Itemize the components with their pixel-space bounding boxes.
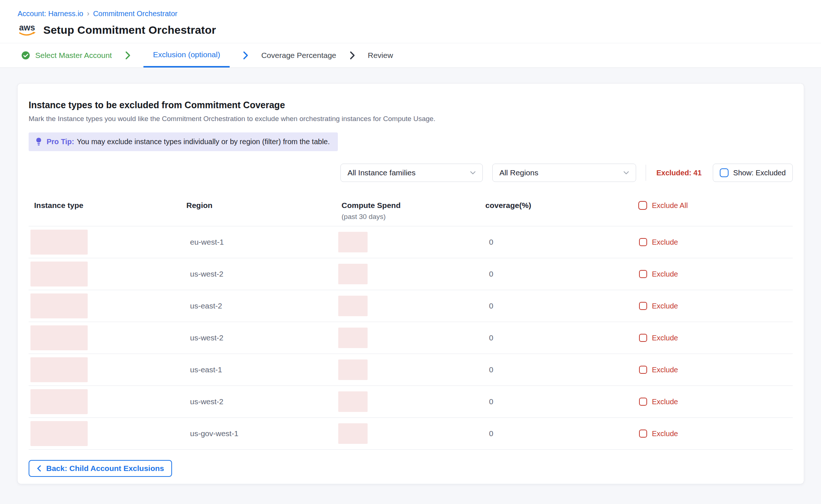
- exclude-checkbox[interactable]: [639, 270, 647, 278]
- exclude-cell: Exclude: [638, 430, 793, 438]
- instance-type-cell: [34, 325, 186, 350]
- breadcrumb-page-link[interactable]: Commitment Orchestrator: [93, 10, 178, 18]
- instance-type-cell: [34, 230, 186, 255]
- breadcrumb: Account: Harness.io › Commitment Orchest…: [18, 10, 821, 18]
- region-cell: us-gov-west-1: [186, 429, 342, 438]
- instance-type-cell: [34, 357, 186, 382]
- instance-families-dropdown[interactable]: All Instance families: [340, 164, 483, 182]
- exclude-cell: Exclude: [638, 270, 793, 278]
- instance-type-cell: [34, 262, 186, 286]
- redacted-compute-spend: [338, 264, 368, 284]
- exclude-checkbox[interactable]: [639, 430, 647, 438]
- step-review[interactable]: Review: [368, 43, 393, 67]
- exclude-all-label: Exclude All: [652, 201, 688, 210]
- table-row: us-west-2 0 Exclude: [29, 258, 793, 290]
- col-instance-type: Instance type: [34, 201, 186, 210]
- step-exclusion[interactable]: Exclusion (optional): [143, 43, 230, 67]
- table-row: us-west-2 0 Exclude: [29, 322, 793, 354]
- exclude-checkbox[interactable]: [639, 398, 647, 406]
- table-header: Instance type Region Compute Spend (past…: [29, 201, 793, 226]
- instance-families-value: All Instance families: [347, 168, 416, 177]
- redacted-compute-spend: [338, 359, 368, 380]
- coverage-cell: 0: [485, 365, 638, 374]
- exclude-cell: Exclude: [638, 334, 793, 342]
- show-excluded-label: Show: Excluded: [733, 169, 786, 177]
- col-region: Region: [186, 201, 342, 210]
- exclude-label: Exclude: [652, 334, 678, 342]
- panel-subheading: Mark the Instance types you would like t…: [29, 115, 793, 123]
- region-cell: us-west-2: [186, 397, 342, 406]
- breadcrumb-account-link[interactable]: Account: Harness.io: [18, 10, 83, 18]
- instance-type-cell: [34, 293, 186, 318]
- col-compute-spend: Compute Spend (past 30 days): [342, 201, 485, 221]
- redacted-instance-type: [30, 230, 88, 255]
- compute-spend-cell: [342, 232, 485, 252]
- page-title: Setup Commitment Orchestrator: [43, 24, 216, 36]
- exclude-checkbox[interactable]: [639, 238, 647, 246]
- step-coverage-percentage[interactable]: Coverage Percentage: [261, 43, 336, 67]
- back-button[interactable]: Back: Child Account Exclusions: [29, 460, 172, 477]
- compute-spend-cell: [342, 423, 485, 444]
- exclusion-table: Instance type Region Compute Spend (past…: [29, 201, 793, 450]
- chevron-right-icon: [349, 43, 355, 67]
- check-circle-icon: [21, 51, 30, 60]
- chevron-down-icon: [470, 171, 476, 175]
- exclude-label: Exclude: [652, 366, 678, 374]
- table-row: us-west-2 0 Exclude: [29, 386, 793, 418]
- exclude-checkbox[interactable]: [639, 302, 647, 310]
- coverage-cell: 0: [485, 397, 638, 406]
- exclude-label: Exclude: [652, 302, 678, 310]
- instance-type-cell: [34, 389, 186, 414]
- page-header: Account: Harness.io › Commitment Orchest…: [0, 0, 821, 38]
- coverage-cell: 0: [485, 333, 638, 342]
- instance-type-cell: [34, 421, 186, 446]
- redacted-instance-type: [30, 293, 88, 318]
- regions-value: All Regions: [499, 168, 538, 177]
- step-label: Exclusion (optional): [153, 50, 220, 59]
- exclude-cell: Exclude: [638, 366, 793, 374]
- coverage-cell: 0: [485, 302, 638, 310]
- compute-spend-cell: [342, 296, 485, 316]
- pro-tip-banner: Pro Tip: You may exclude instance types …: [29, 132, 338, 151]
- redacted-compute-spend: [338, 296, 368, 316]
- exclude-cell: Exclude: [638, 238, 793, 246]
- coverage-cell: 0: [485, 429, 638, 438]
- pro-tip-body: You may exclude instance types individua…: [77, 138, 330, 146]
- redacted-instance-type: [30, 421, 88, 446]
- compute-spend-cell: [342, 328, 485, 348]
- exclude-checkbox[interactable]: [639, 366, 647, 374]
- table-row: us-gov-west-1 0 Exclude: [29, 418, 793, 450]
- exclude-all-checkbox[interactable]: [638, 201, 647, 210]
- chevron-left-icon: [37, 465, 42, 472]
- filter-row: All Instance families All Regions Exclud…: [29, 164, 793, 182]
- back-button-label: Back: Child Account Exclusions: [46, 464, 164, 473]
- redacted-instance-type: [30, 262, 88, 286]
- compute-spend-note: (past 30 days): [342, 213, 485, 221]
- exclude-checkbox[interactable]: [639, 334, 647, 342]
- table-row: us-east-1 0 Exclude: [29, 354, 793, 386]
- step-select-master-account[interactable]: Select Master Account: [21, 43, 112, 67]
- exclusion-panel: Instance types to be excluded from Commi…: [18, 84, 804, 484]
- compute-spend-cell: [342, 264, 485, 284]
- page-content: Instance types to be excluded from Commi…: [0, 68, 821, 504]
- region-cell: us-east-1: [186, 365, 342, 374]
- regions-dropdown[interactable]: All Regions: [492, 164, 636, 182]
- chevron-right-icon: [242, 43, 249, 67]
- table-body: eu-west-1 0 Exclude us-west-2 0 Exclude …: [29, 226, 793, 450]
- region-cell: us-east-2: [186, 302, 342, 310]
- aws-logo-text: aws: [19, 23, 35, 32]
- exclude-cell: Exclude: [638, 398, 793, 406]
- breadcrumb-separator-icon: ›: [87, 9, 90, 18]
- compute-spend-title: Compute Spend: [342, 201, 485, 210]
- pro-tip-text: Pro Tip: You may exclude instance types …: [47, 138, 330, 146]
- chevron-right-icon: [124, 43, 131, 67]
- setup-stepper: Select Master Account Exclusion (optiona…: [0, 43, 821, 68]
- step-label: Select Master Account: [35, 51, 112, 60]
- coverage-cell: 0: [485, 238, 638, 246]
- show-excluded-checkbox[interactable]: [720, 168, 729, 177]
- redacted-instance-type: [30, 389, 88, 414]
- panel-heading: Instance types to be excluded from Commi…: [29, 100, 793, 110]
- exclude-cell: Exclude: [638, 302, 793, 310]
- redacted-compute-spend: [338, 328, 368, 348]
- show-excluded-toggle[interactable]: Show: Excluded: [713, 164, 793, 182]
